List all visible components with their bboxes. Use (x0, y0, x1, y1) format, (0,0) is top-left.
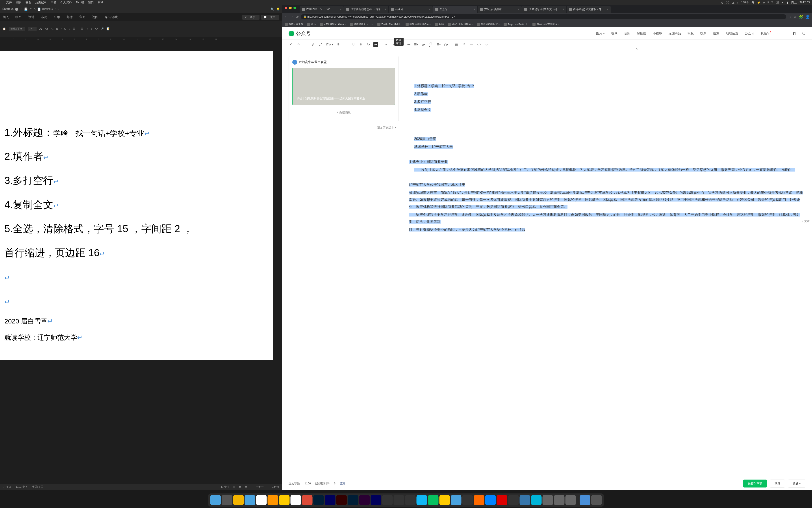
style-icon[interactable]: Aᵃ (95, 27, 98, 31)
toggle-icon[interactable]: ⬤ (15, 7, 18, 11)
tab-layout[interactable]: 布局 (41, 15, 47, 19)
dock-app-pr[interactable] (359, 495, 370, 505)
bookmark-item[interactable]: 音乐 (307, 23, 316, 26)
bookmark-item[interactable]: 哔哩哔哩 (゜-゜)... (350, 23, 373, 26)
dock-app-ae[interactable] (371, 495, 381, 505)
dock-app-au[interactable] (325, 495, 335, 505)
menu-link[interactable]: 超链接 (637, 32, 646, 36)
language[interactable]: 英语(美国) (32, 485, 44, 489)
undo-icon[interactable]: ↶ (289, 42, 293, 47)
menu-edit[interactable]: 编辑 (16, 0, 21, 4)
menu-window[interactable]: 窗口 (88, 0, 94, 4)
wx-editor-area[interactable]: 1.外标题：学啥｜找一句话+学校+专业 2.填作者 3.多打空行 4.复制全文 … (405, 49, 812, 477)
url-input[interactable]: 🔒 mp.weixin.qq.com/cgi-bin/appmsg?t=medi… (301, 14, 786, 19)
dock-app-qqmus[interactable] (439, 495, 450, 505)
status-icon[interactable]: 奇 (752, 0, 754, 4)
menu-tab[interactable]: Tab 键 (76, 0, 84, 4)
align-left-icon[interactable]: ≡ (384, 42, 389, 47)
dictate-icon[interactable]: 🎤 (100, 27, 104, 31)
status-icon[interactable]: ⚡ (757, 1, 760, 4)
window-controls[interactable] (282, 5, 299, 11)
zoom-out[interactable]: − (251, 485, 252, 489)
tab-mail[interactable]: 邮件 (66, 15, 73, 19)
dock-app-chrome[interactable] (233, 495, 244, 505)
zoom-in[interactable]: + (267, 485, 269, 489)
browser-tab[interactable]: 秀米_百度搜索× (478, 6, 522, 13)
undo-icon[interactable]: ↶ (29, 7, 32, 11)
back-icon[interactable]: ← (284, 15, 288, 19)
emoji-icon[interactable]: ☺ (484, 42, 489, 47)
menu-file[interactable]: 文件 (6, 0, 12, 4)
menu-search[interactable]: 搜索 (713, 32, 719, 36)
browser-tab[interactable]: (9 条消息) 我的图文 - 列× (522, 6, 566, 13)
article-card[interactable]: 铁岭高中毕业生联盟 学啥｜我没想到是全英语授课——辽师大国际商务专业 + 新建消… (289, 56, 399, 121)
dock-app-ne[interactable] (497, 495, 507, 505)
underline-icon[interactable]: U (351, 42, 356, 47)
send-button[interactable]: 群发 ▾ (788, 479, 805, 488)
indent-icon[interactable]: ⇥▾ (406, 42, 411, 47)
close-tab-icon[interactable]: × (562, 8, 564, 11)
zoom-level[interactable]: 154% (272, 485, 279, 489)
star-icon[interactable]: ☆ (794, 15, 797, 19)
close-tab-icon[interactable]: × (340, 8, 341, 11)
dock-app-py[interactable] (520, 495, 530, 505)
status-icon[interactable]: ᴮ (767, 1, 769, 4)
align-icon[interactable]: ≡ (91, 27, 92, 31)
dock-app-yy[interactable] (485, 495, 496, 505)
dock-app-safari2[interactable] (245, 495, 255, 505)
dock-app-qq[interactable] (417, 495, 427, 505)
bg-color-icon[interactable]: ▢▾ (444, 42, 448, 47)
wx-logo[interactable]: 公众号 (289, 30, 311, 37)
bookmark-item[interactable]: Atlas Rise吉他谱(g... (532, 23, 559, 26)
status-icon[interactable]: ᵂ (771, 1, 773, 4)
dock-app-comp[interactable] (405, 495, 416, 505)
view-icon[interactable]: ▦ (239, 485, 241, 489)
dock-app-ai[interactable] (336, 495, 347, 505)
view-icon[interactable]: ▭ (233, 485, 235, 489)
menu-more-icon[interactable]: ⋯ (776, 32, 780, 36)
table-icon[interactable]: ▦ (454, 42, 459, 47)
number-list-icon[interactable]: ⋮☰ (78, 27, 83, 31)
ext-icon[interactable]: 🧩 (799, 15, 803, 19)
menu-account[interactable]: 公众号 (745, 32, 754, 36)
menu-profile[interactable]: 个人资料 (60, 0, 72, 4)
dock-app-stnote[interactable] (291, 495, 301, 505)
ruler[interactable]: 123 456 789 101112 131415 1617 (0, 37, 282, 42)
font-color-icon[interactable]: A▾ (366, 42, 371, 47)
browser-tab[interactable]: 哔哩哔哩 (゜-゜)つロ干...× (300, 6, 344, 13)
bookmark-item[interactable]: 苹果后期剪辑达芬... (405, 23, 431, 26)
quote-icon[interactable]: ❝ (462, 42, 466, 47)
dock-app-motion[interactable] (394, 495, 404, 505)
hr-icon[interactable]: — (469, 42, 474, 47)
redo-icon[interactable]: ↷ (296, 42, 301, 47)
panel-toggle-icon[interactable]: ◧ (793, 32, 796, 36)
dock-app-lr[interactable] (348, 495, 359, 505)
highlight-icon[interactable]: A▾ (373, 42, 378, 47)
dock-app-u1[interactable] (542, 495, 553, 505)
code-icon[interactable]: </> (477, 42, 481, 47)
forward-icon[interactable]: → (290, 15, 293, 19)
dock-app-cal[interactable] (256, 495, 267, 505)
float-tag[interactable]: ✓ 文章 (799, 217, 812, 225)
italic-icon[interactable]: I (343, 42, 348, 47)
zoom-slider[interactable]: ━━●━━ (256, 485, 264, 489)
check-link[interactable]: 查看 (340, 481, 346, 485)
save-icon[interactable]: 💾 (24, 7, 28, 11)
comment-button[interactable]: 💬 批注 (261, 15, 279, 19)
tab-insert[interactable]: 插入 (3, 15, 9, 19)
dock-app-todo[interactable] (302, 495, 313, 505)
dock-app-ps[interactable] (314, 495, 324, 505)
browser-tab[interactable]: 公众号× (433, 6, 477, 13)
page-count[interactable]: 共 6 页 (3, 485, 11, 489)
tab-review[interactable]: 审阅 (79, 15, 86, 19)
strike-icon[interactable]: S̶ (359, 42, 363, 47)
browser-tab[interactable]: 公众号× (389, 6, 433, 13)
minimize-icon[interactable] (289, 7, 292, 9)
cover-image[interactable]: 学啥｜我没想到是全英语授课——辽师大国际商务专业 (292, 68, 395, 105)
view-icon[interactable]: ▤ (245, 485, 247, 489)
dock-app-u2[interactable] (554, 495, 565, 505)
bookmark-item[interactable]: 妈妈 (435, 23, 444, 26)
share-button[interactable]: ↗ 共享 (242, 15, 259, 19)
indent-icon[interactable]: ⇥ (86, 27, 88, 31)
dock-app-folder[interactable] (580, 495, 590, 505)
